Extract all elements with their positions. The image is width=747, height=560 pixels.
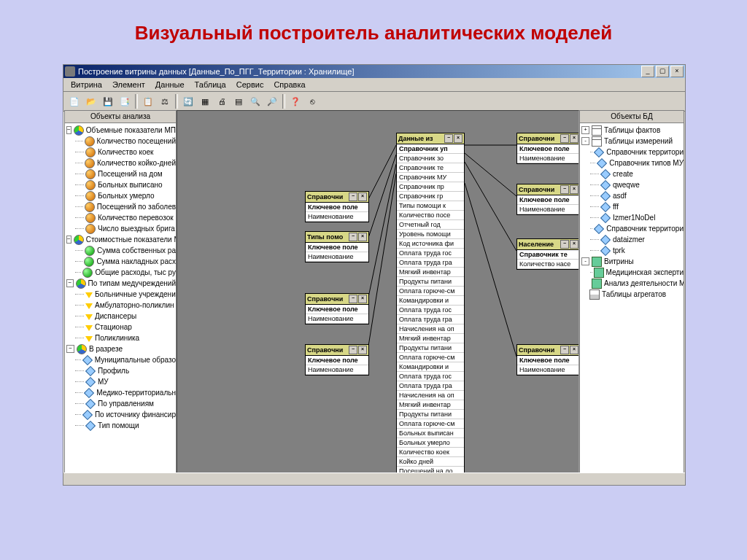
tree-item[interactable]: Больных выписано <box>65 179 176 190</box>
db-item[interactable]: Izmer1NoDel <box>580 212 684 223</box>
tree-item[interactable]: Число выездных брига <box>65 223 176 234</box>
minimize-icon[interactable]: − <box>349 233 357 241</box>
help-icon[interactable]: ❓ <box>287 93 303 109</box>
refresh-icon[interactable]: 🔄 <box>180 93 196 109</box>
minimize-icon[interactable]: − <box>560 185 569 194</box>
zoom-icon[interactable]: 🔍 <box>247 93 263 109</box>
new-icon[interactable]: 📄 <box>66 93 82 109</box>
close-icon[interactable]: × <box>570 240 578 249</box>
tree-item[interactable]: Посещений на дом <box>65 168 176 179</box>
tree-item[interactable]: Медико-территориальн <box>65 387 176 398</box>
diagram-canvas[interactable]: Данные из−×Справочник упСправочник зоСпр… <box>177 110 579 473</box>
table-box[interactable]: Данные из−×Справочник упСправочник зоСпр… <box>396 133 465 473</box>
maximize-button[interactable]: ▢ <box>656 66 669 77</box>
saveall-icon[interactable]: 📑 <box>117 93 133 109</box>
tree-item[interactable]: Больничные учреждени <box>65 289 176 300</box>
tree-item[interactable]: Количество койко-дней <box>65 158 176 168</box>
menu-Таблица[interactable]: Таблица <box>190 79 231 90</box>
minimize-icon[interactable]: − <box>444 134 453 143</box>
minimize-icon[interactable]: − <box>560 346 569 354</box>
tree-item[interactable]: Общие расходы, тыс ру <box>65 267 176 278</box>
balance-icon[interactable]: ⚖ <box>157 93 173 109</box>
tree-item[interactable]: Тип помощи <box>65 420 176 431</box>
close-icon[interactable]: × <box>570 346 578 354</box>
db-item[interactable]: tprk <box>580 245 684 256</box>
table-box[interactable]: Население−×Справочник теКоличество насе <box>516 238 579 270</box>
tree-item[interactable]: Сумма накладных расх <box>65 256 176 267</box>
tree-group[interactable]: −В разрезе <box>65 343 176 354</box>
table-box[interactable]: Справочни−×Ключевое полеНаименование <box>305 293 369 324</box>
minimize-icon[interactable]: − <box>349 192 357 201</box>
tree-item[interactable]: Больных умерло <box>65 190 176 201</box>
copy-icon[interactable]: 📋 <box>140 93 156 109</box>
tree-item[interactable]: Посещений по заболев <box>65 201 176 212</box>
tree-item[interactable]: Количество перевозок <box>65 212 176 223</box>
db-item[interactable]: Справочник типов МУ <box>580 158 684 168</box>
zoom2-icon[interactable]: 🔎 <box>264 93 280 109</box>
tree-item[interactable]: По управлениям <box>65 398 176 409</box>
db-tree[interactable]: +Таблицы фактов-Таблицы измеренийСправоч… <box>580 123 684 472</box>
menu-Сервис[interactable]: Сервис <box>232 79 268 90</box>
tree-group[interactable]: −По типам медучреждений <box>65 278 176 289</box>
tree-group[interactable]: −Стоимостные показатели М <box>65 234 176 245</box>
tree-item[interactable]: Сумма собственных ра <box>65 245 176 256</box>
tree-item[interactable]: Поликлиника <box>65 332 176 343</box>
close-icon[interactable]: × <box>454 134 462 143</box>
db-node[interactable]: -Витрины <box>580 256 684 267</box>
db-item[interactable]: fff <box>580 201 684 212</box>
print-icon[interactable]: 🖨 <box>214 93 230 109</box>
tree-group[interactable]: −Объемные показатели МП <box>65 125 176 136</box>
close-icon[interactable]: × <box>358 295 367 303</box>
db-item[interactable]: asdf <box>580 190 684 201</box>
minimize-icon[interactable]: − <box>349 295 357 303</box>
table-box[interactable]: Типы помо−×Ключевое полеНаименование <box>305 231 369 262</box>
db-node[interactable]: -Таблицы измерений <box>580 136 684 147</box>
table-box[interactable]: Справочни−×Ключевое полеНаименование <box>305 344 369 376</box>
db-item[interactable]: Справочник территори <box>580 147 684 158</box>
table-box[interactable]: Справочни−×Ключевое полеНаименование <box>516 344 579 376</box>
db-item[interactable]: dataizmer <box>580 234 684 245</box>
close-button[interactable]: × <box>670 66 684 77</box>
tree-item[interactable]: Количество посещений <box>65 136 176 147</box>
db-node[interactable]: Таблицы агрегатов <box>580 289 684 300</box>
close-icon[interactable]: × <box>358 346 367 354</box>
db-item[interactable]: qweqwe <box>580 179 684 190</box>
close-icon[interactable]: × <box>358 233 367 241</box>
open-icon[interactable]: 📂 <box>83 93 99 109</box>
tree-item[interactable]: Муниципальные образо <box>65 354 176 365</box>
menu-Данные[interactable]: Данные <box>151 79 189 90</box>
close-icon[interactable]: × <box>358 192 367 201</box>
tree-item[interactable]: Амбулаторно-поликлин <box>65 300 176 311</box>
tree-item[interactable]: Профиль <box>65 365 176 376</box>
minimize-button[interactable]: _ <box>641 66 654 77</box>
close-icon[interactable]: × <box>570 185 578 194</box>
window-title: Построение витрины данных [Данные_По_ПГГ… <box>78 67 641 76</box>
db-item[interactable]: Медицинская эксперти <box>580 267 684 278</box>
table-box[interactable]: Справочни−×Ключевое полеНаименование <box>516 184 579 215</box>
close-icon[interactable]: × <box>570 134 578 143</box>
tree-item[interactable]: МУ <box>65 376 176 387</box>
table-box[interactable]: Справочни−×Ключевое полеНаименование <box>305 191 369 222</box>
preview-icon[interactable]: ▤ <box>231 93 247 109</box>
minimize-icon[interactable]: − <box>560 240 569 249</box>
menu-Витрина[interactable]: Витрина <box>66 79 107 90</box>
db-item[interactable]: Справочник территори <box>580 223 684 234</box>
tree-item[interactable]: По источнику финансир <box>65 409 176 420</box>
analysis-tree[interactable]: −Объемные показатели МПКоличество посеще… <box>65 123 176 472</box>
titlebar[interactable]: Построение витрины данных [Данные_По_ПГГ… <box>63 65 685 78</box>
save-icon[interactable]: 💾 <box>100 93 116 109</box>
exit-icon[interactable]: ⎋ <box>304 93 320 109</box>
menu-Элемент[interactable]: Элемент <box>108 79 150 90</box>
table-box[interactable]: Справочни−×Ключевое полеНаименование <box>516 133 579 164</box>
minimize-icon[interactable]: − <box>560 134 569 143</box>
svg-line-5 <box>465 153 516 196</box>
db-item[interactable]: Анализ деятельности М <box>580 278 684 289</box>
tree-item[interactable]: Стационар <box>65 322 176 332</box>
db-item[interactable]: create <box>580 168 684 179</box>
menu-Справка[interactable]: Справка <box>269 79 309 90</box>
tree-item[interactable]: Диспансеры <box>65 311 176 322</box>
tree-item[interactable]: Количество коек <box>65 147 176 158</box>
sql-icon[interactable]: ▦ <box>197 93 213 109</box>
db-node[interactable]: +Таблицы фактов <box>580 125 684 136</box>
minimize-icon[interactable]: − <box>349 346 357 354</box>
